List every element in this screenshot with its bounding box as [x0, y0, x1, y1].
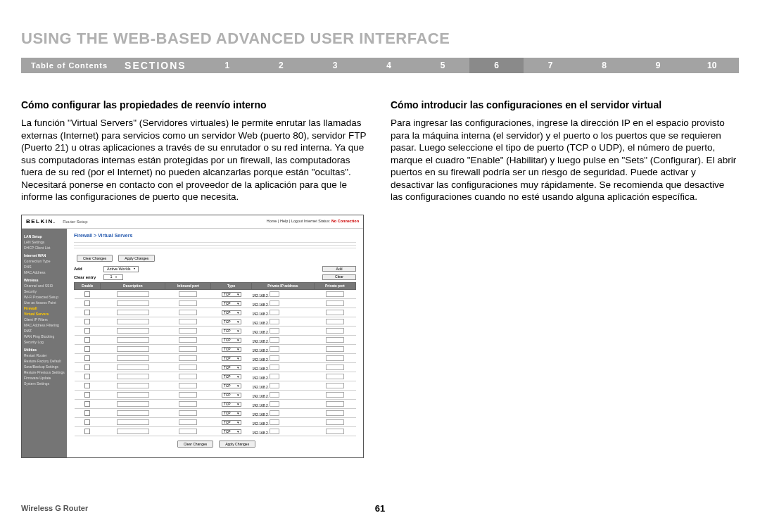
apply-changes-button-bottom[interactable]: Apply Changes [219, 441, 255, 448]
description-input[interactable] [117, 374, 149, 379]
description-input[interactable] [117, 392, 149, 398]
description-input[interactable] [117, 346, 149, 352]
inbound-port-input[interactable] [179, 355, 197, 361]
description-input[interactable] [117, 310, 149, 315]
section-6[interactable]: 6 [469, 58, 524, 73]
description-input[interactable] [117, 365, 149, 370]
inbound-port-input[interactable] [179, 429, 197, 434]
inbound-port-input[interactable] [179, 346, 197, 352]
sidebar-item[interactable]: MAC Address Filtering [24, 322, 65, 328]
inbound-port-input[interactable] [179, 300, 197, 306]
add-button[interactable]: Add [322, 266, 356, 272]
sidebar-item[interactable]: Firmware Update [24, 375, 65, 381]
sidebar-item[interactable]: Restore Previous Settings [24, 369, 65, 375]
private-port-input[interactable] [326, 319, 344, 324]
enable-checkbox[interactable] [84, 300, 90, 306]
type-select[interactable]: TCP▾ [222, 338, 241, 343]
type-select[interactable]: TCP▾ [222, 411, 241, 416]
sidebar-item[interactable]: Restart Router [24, 353, 65, 358]
ip-input[interactable] [270, 337, 279, 343]
enable-checkbox[interactable] [84, 374, 90, 379]
sidebar-item[interactable]: Save/Backup Settings [24, 364, 65, 369]
ip-input[interactable] [270, 401, 279, 407]
sidebar-item[interactable]: System Settings [24, 381, 65, 386]
enable-checkbox[interactable] [84, 383, 90, 388]
ip-input[interactable] [270, 374, 279, 379]
private-port-input[interactable] [326, 365, 344, 370]
enable-checkbox[interactable] [84, 355, 90, 361]
description-input[interactable] [117, 319, 149, 324]
inbound-port-input[interactable] [179, 392, 197, 398]
add-select[interactable]: Active Worlds▾ [103, 266, 139, 272]
ip-input[interactable] [270, 419, 279, 425]
ip-input[interactable] [270, 291, 279, 297]
sidebar-item[interactable]: Channel and SSID [24, 283, 65, 289]
inbound-port-input[interactable] [179, 319, 197, 324]
ip-input[interactable] [270, 355, 279, 361]
sidebar-item[interactable]: Wireless [24, 277, 65, 283]
private-port-input[interactable] [326, 419, 344, 425]
inbound-port-input[interactable] [179, 419, 197, 425]
type-select[interactable]: TCP▾ [222, 420, 241, 425]
private-port-input[interactable] [326, 310, 344, 315]
type-select[interactable]: TCP▾ [222, 365, 241, 370]
private-port-input[interactable] [326, 429, 344, 434]
enable-checkbox[interactable] [84, 346, 90, 352]
section-5[interactable]: 5 [416, 58, 470, 73]
description-input[interactable] [117, 401, 149, 407]
description-input[interactable] [117, 419, 149, 425]
private-port-input[interactable] [326, 355, 344, 361]
top-links[interactable]: Home | Help | Logout Internet Status: No… [267, 220, 359, 224]
section-10[interactable]: 10 [685, 58, 739, 73]
sidebar-item[interactable]: Utilities [24, 347, 65, 353]
private-port-input[interactable] [326, 337, 344, 343]
ip-input[interactable] [270, 300, 279, 306]
enable-checkbox[interactable] [84, 365, 90, 370]
enable-checkbox[interactable] [84, 410, 90, 416]
description-input[interactable] [117, 429, 149, 434]
ip-input[interactable] [270, 319, 279, 324]
sidebar-item[interactable]: LAN Settings [24, 239, 65, 245]
inbound-port-input[interactable] [179, 365, 197, 370]
private-port-input[interactable] [326, 374, 344, 379]
type-select[interactable]: TCP▾ [222, 319, 241, 324]
private-port-input[interactable] [326, 291, 344, 297]
router-sidebar[interactable]: LAN SetupLAN SettingsDHCP Client ListInt… [22, 229, 67, 457]
inbound-port-input[interactable] [179, 291, 197, 297]
private-port-input[interactable] [326, 410, 344, 416]
sidebar-item[interactable]: Restore Factory Default [24, 358, 65, 364]
description-input[interactable] [117, 355, 149, 361]
type-select[interactable]: TCP▾ [222, 384, 241, 388]
description-input[interactable] [117, 328, 149, 334]
sidebar-item[interactable]: Client IP Filters [24, 317, 65, 322]
apply-changes-button[interactable]: Apply Changes [118, 255, 155, 262]
ip-input[interactable] [270, 310, 279, 315]
ip-input[interactable] [270, 410, 279, 416]
enable-checkbox[interactable] [84, 419, 90, 425]
private-port-input[interactable] [326, 300, 344, 306]
clear-changes-button-bottom[interactable]: Clear Changes [177, 441, 213, 448]
description-input[interactable] [117, 383, 149, 388]
section-7[interactable]: 7 [524, 58, 578, 73]
ip-input[interactable] [270, 429, 279, 434]
private-port-input[interactable] [326, 392, 344, 398]
ip-input[interactable] [270, 346, 279, 352]
type-select[interactable]: TCP▾ [222, 329, 241, 334]
description-input[interactable] [117, 300, 149, 306]
enable-checkbox[interactable] [84, 401, 90, 407]
sidebar-item[interactable]: Use as Access Point [24, 300, 65, 305]
type-select[interactable]: TCP▾ [222, 347, 241, 352]
sidebar-item[interactable]: DMZ [24, 328, 65, 334]
section-4[interactable]: 4 [362, 58, 416, 73]
enable-checkbox[interactable] [84, 328, 90, 334]
sidebar-item[interactable]: Wi-Fi Protected Setup [24, 294, 65, 300]
sidebar-item[interactable]: Internet WAN [24, 253, 65, 258]
sidebar-item[interactable]: Security Log [24, 339, 65, 345]
sidebar-item[interactable]: MAC Address [24, 270, 65, 275]
sidebar-item[interactable]: Connection Type [24, 258, 65, 264]
type-select[interactable]: TCP▾ [222, 393, 241, 398]
private-port-input[interactable] [326, 401, 344, 407]
private-port-input[interactable] [326, 383, 344, 388]
type-select[interactable]: TCP▾ [222, 429, 241, 434]
description-input[interactable] [117, 337, 149, 343]
